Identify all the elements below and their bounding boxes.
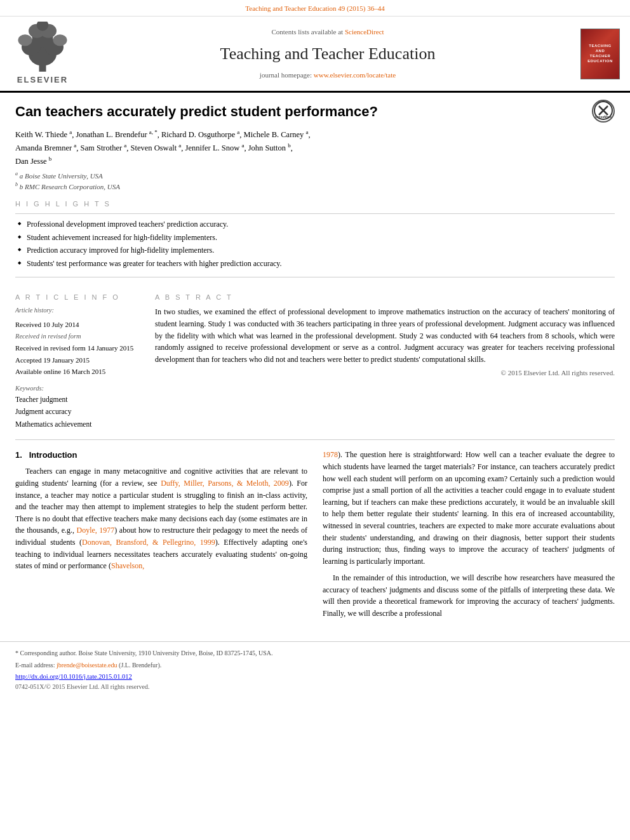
cover-image: TEACHINGANDTEACHEREDUCATION — [580, 29, 620, 79]
copyright-line: 0742-051X/© 2015 Elsevier Ltd. All right… — [15, 683, 615, 691]
journal-info-center: Contents lists available at ScienceDirec… — [84, 22, 572, 86]
body-left-column: 1. Introduction Teachers can engage in m… — [15, 449, 307, 624]
article-title: Can teachers accurately predict student … — [15, 103, 615, 121]
keywords-section: Keywords: Teacher judgment Judgment accu… — [15, 384, 142, 430]
crossmark-badge: CrossMark — [592, 100, 615, 123]
section-divider — [15, 439, 615, 440]
ref-shavelson[interactable]: Shavelson, — [111, 561, 144, 570]
body-columns: 1. Introduction Teachers can engage in m… — [15, 449, 615, 624]
body-right-column: 1978). The question here is straightforw… — [323, 449, 615, 624]
elsevier-tree-icon — [8, 22, 77, 74]
authors-line: Keith W. Thiede a, Jonathan L. Brendefur… — [15, 128, 615, 168]
doi-link: http://dx.doi.org/10.1016/j.tate.2015.01… — [15, 672, 615, 682]
article-history: Received 10 July 2014 Received in revise… — [15, 319, 142, 378]
keywords-list: Teacher judgment Judgment accuracy Mathe… — [15, 394, 142, 431]
journal-cover: TEACHINGANDTEACHEREDUCATION — [578, 22, 622, 86]
info-abstract-columns: A R T I C L E I N F O Article history: R… — [15, 285, 615, 430]
highlights-header: H I G H L I G H T S — [15, 199, 615, 209]
author-email[interactable]: jbrende@boisestate.edu — [57, 662, 117, 669]
abstract-header: A B S T R A C T — [155, 293, 615, 302]
crossmark-icon: CrossMark — [593, 100, 613, 121]
journal-url[interactable]: www.elsevier.com/locate/tate — [314, 71, 396, 79]
intro-title: 1. Introduction — [15, 449, 307, 462]
corresponding-author-note: * Corresponding author. Boise State Univ… — [15, 648, 615, 658]
intro-paragraph-2: 1978). The question here is straightforw… — [323, 449, 615, 567]
keywords-label: Keywords: — [15, 384, 142, 394]
elsevier-wordmark: ELSEVIER — [17, 74, 68, 86]
doi-anchor[interactable]: http://dx.doi.org/10.1016/j.tate.2015.01… — [15, 673, 132, 680]
intro-paragraph-1: Teachers can engage in many metacognitiv… — [15, 465, 307, 571]
svg-point-5 — [18, 35, 32, 46]
highlights-box: Professional development improved teache… — [15, 213, 615, 277]
journal-citation: Teaching and Teacher Education 49 (2015)… — [0, 0, 630, 17]
highlight-item: Prediction accuracy improved for high-fi… — [18, 245, 612, 256]
article-info-header: A R T I C L E I N F O — [15, 293, 142, 302]
abstract-column: A B S T R A C T In two studies, we exami… — [155, 285, 615, 430]
article-content: CrossMark Can teachers accurately predic… — [0, 93, 630, 635]
citation-text: Teaching and Teacher Education 49 (2015)… — [245, 4, 384, 12]
journal-header: ELSEVIER Contents lists available at Sci… — [0, 17, 630, 93]
page: Teaching and Teacher Education 49 (2015)… — [0, 0, 630, 840]
cover-text: TEACHINGANDTEACHEREDUCATION — [587, 44, 613, 63]
svg-text:CrossMark: CrossMark — [595, 115, 612, 119]
intro-paragraph-3: In the remainder of this introduction, w… — [323, 572, 615, 619]
journal-title: Teaching and Teacher Education — [84, 43, 572, 65]
ref-1978[interactable]: 1978 — [323, 450, 338, 459]
article-info-column: A R T I C L E I N F O Article history: R… — [15, 285, 142, 430]
sciencedirect-link[interactable]: ScienceDirect — [345, 28, 384, 36]
affiliations: a a Boise State University, USA b b RMC … — [15, 170, 615, 192]
ref-duffy[interactable]: Duffy, Miller, Parsons, & Meloth, 2009 — [161, 479, 289, 488]
highlight-item: Student achievement increased for high-f… — [18, 232, 612, 243]
journal-homepage: journal homepage: www.elsevier.com/locat… — [84, 70, 572, 80]
publisher-logo: ELSEVIER — [8, 22, 77, 86]
highlight-item: Students' test performance was greater f… — [18, 258, 612, 269]
highlight-item: Professional development improved teache… — [18, 219, 612, 230]
email-note: E-mail address: jbrende@boisestate.edu (… — [15, 660, 615, 670]
chat-badge: CHat — [577, 186, 592, 196]
article-footer: * Corresponding author. Boise State Univ… — [0, 641, 630, 698]
abstract-text: In two studies, we examined the effect o… — [155, 306, 615, 378]
ref-donovan[interactable]: Donovan, Bransford, & Pellegrino, 1999 — [82, 538, 215, 547]
contents-availability: Contents lists available at ScienceDirec… — [84, 27, 572, 37]
ref-doyle[interactable]: Doyle, 1977 — [76, 526, 114, 535]
title-area: CrossMark Can teachers accurately predic… — [15, 103, 615, 121]
history-label: Article history: — [15, 306, 142, 315]
svg-point-6 — [53, 35, 67, 46]
